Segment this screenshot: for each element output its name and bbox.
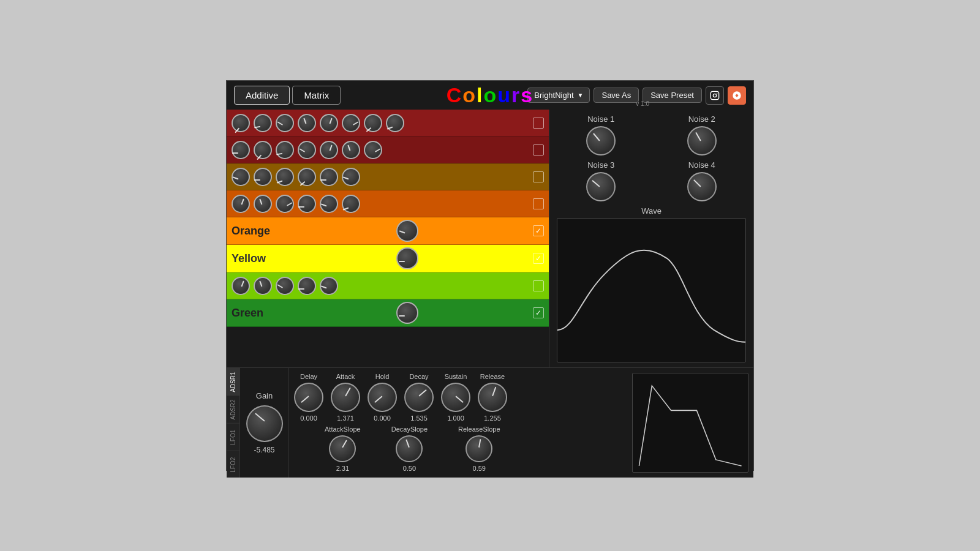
social-icon[interactable] xyxy=(728,86,746,105)
osc-row-4 xyxy=(227,190,549,217)
row-checkbox-green[interactable] xyxy=(533,307,544,318)
noise-4-knob[interactable] xyxy=(687,172,717,201)
osc-row-1 xyxy=(227,110,549,137)
knob[interactable] xyxy=(386,114,404,132)
noise-2-knob[interactable] xyxy=(687,126,717,156)
tab-matrix[interactable]: Matrix xyxy=(292,86,341,105)
knob[interactable] xyxy=(276,168,294,186)
row-checkbox-2[interactable] xyxy=(533,144,544,156)
adsr-tab-adsr1[interactable]: ADSR1 xyxy=(227,368,239,395)
env-decay-slope: DecaySlope 0.50 xyxy=(391,425,428,472)
adsr-tab-lfo1[interactable]: LFO1 xyxy=(227,423,239,451)
knob-yellow[interactable] xyxy=(396,247,418,269)
wave-section: Wave xyxy=(557,206,746,362)
left-panel: Orange Yellow xyxy=(227,110,549,367)
osc-row-2 xyxy=(227,137,549,163)
env-release-slope-value: 0.59 xyxy=(473,465,486,472)
row-checkbox-orange[interactable] xyxy=(533,225,544,236)
knob[interactable] xyxy=(276,195,294,213)
env-attack-knob[interactable] xyxy=(331,383,360,412)
knob-green[interactable] xyxy=(396,302,418,324)
instagram-icon[interactable] xyxy=(706,86,724,105)
env-decay-value: 1.535 xyxy=(410,414,428,422)
noise-2-label: Noise 2 xyxy=(688,114,715,124)
knob[interactable] xyxy=(342,141,360,159)
noise-section: Noise 1 Noise 2 Noise 3 Noise 4 xyxy=(557,114,746,201)
knob[interactable] xyxy=(298,141,316,159)
knob[interactable] xyxy=(364,141,382,159)
knob[interactable] xyxy=(298,195,316,213)
knob[interactable] xyxy=(254,141,272,159)
knob[interactable] xyxy=(364,114,382,132)
env-release-slope-knob[interactable] xyxy=(466,435,492,462)
env-decay-slope-label: DecaySlope xyxy=(391,425,428,433)
save-as-button[interactable]: Save As xyxy=(594,88,639,103)
chevron-down-icon: ▼ xyxy=(578,92,584,99)
noise-1-label: Noise 1 xyxy=(587,114,614,124)
adsr-tab-group: ADSR1 ADSR2 LFO1 LFO2 xyxy=(227,368,240,478)
knob[interactable] xyxy=(320,114,338,132)
env-delay-knob[interactable] xyxy=(294,383,323,412)
tab-additive[interactable]: Additive xyxy=(234,86,290,105)
knob[interactable] xyxy=(276,114,294,132)
knob[interactable] xyxy=(232,141,250,159)
knob[interactable] xyxy=(232,195,250,213)
knob-row-4 xyxy=(232,195,533,213)
row-checkbox-lime[interactable] xyxy=(533,280,544,291)
env-release-knob[interactable] xyxy=(478,383,507,412)
knob[interactable] xyxy=(342,168,360,186)
row-label-orange: Orange xyxy=(232,225,287,238)
env-decay: Decay 1.535 xyxy=(404,373,434,422)
adsr-display xyxy=(632,373,748,473)
knob[interactable] xyxy=(298,277,316,295)
noise-1-knob[interactable] xyxy=(586,126,616,156)
env-main-knobs: Delay 0.000 Attack 1.371 Hold 0.000 Deca… xyxy=(294,373,622,422)
env-decay-knob[interactable] xyxy=(404,383,434,412)
plugin-container: Additive Matrix Colours v 1.0 BrightNigh… xyxy=(226,80,754,471)
env-hold-label: Hold xyxy=(375,373,390,380)
adsr-tab-adsr2[interactable]: ADSR2 xyxy=(227,395,239,423)
env-release-slope-label: ReleaseSlope xyxy=(458,425,500,433)
row-checkbox-3[interactable] xyxy=(533,171,544,182)
knob[interactable] xyxy=(254,277,272,295)
knob[interactable] xyxy=(254,168,272,186)
osc-row-lime xyxy=(227,272,549,299)
noise-3-knob[interactable] xyxy=(586,172,616,201)
knob[interactable] xyxy=(320,141,338,159)
preset-dropdown[interactable]: BrightNight ▼ xyxy=(527,88,590,103)
wave-display xyxy=(557,218,746,362)
knob[interactable] xyxy=(232,168,250,186)
gain-knob[interactable] xyxy=(246,405,283,442)
knob[interactable] xyxy=(254,114,272,132)
env-sustain-knob[interactable] xyxy=(441,383,470,412)
knob[interactable] xyxy=(298,168,316,186)
header: Additive Matrix Colours v 1.0 BrightNigh… xyxy=(227,81,753,110)
knob[interactable] xyxy=(320,195,338,213)
env-hold: Hold 0.000 xyxy=(368,373,397,422)
knob[interactable] xyxy=(276,141,294,159)
noise-4-item: Noise 4 xyxy=(658,160,747,201)
env-attack-slope: AttackSlope 2.31 xyxy=(325,425,361,472)
env-decay-slope-knob[interactable] xyxy=(396,435,423,462)
knob[interactable] xyxy=(276,277,294,295)
env-attack-slope-knob[interactable] xyxy=(329,435,356,462)
env-attack-slope-label: AttackSlope xyxy=(325,425,361,433)
knob[interactable] xyxy=(254,195,272,213)
knob[interactable] xyxy=(320,277,338,295)
env-hold-knob[interactable] xyxy=(368,383,397,412)
knob[interactable] xyxy=(320,168,338,186)
knob[interactable] xyxy=(298,114,316,132)
row-checkbox-yellow[interactable] xyxy=(533,253,544,264)
envelope-section: Delay 0.000 Attack 1.371 Hold 0.000 Deca… xyxy=(289,368,627,478)
env-attack: Attack 1.371 xyxy=(331,373,360,422)
row-checkbox-1[interactable] xyxy=(533,118,544,129)
knob-orange[interactable] xyxy=(396,220,418,242)
knob[interactable] xyxy=(232,277,250,295)
row-checkbox-4[interactable] xyxy=(533,198,544,209)
knob[interactable] xyxy=(342,114,360,132)
save-preset-button[interactable]: Save Preset xyxy=(643,88,702,103)
knob[interactable] xyxy=(342,195,360,213)
preset-name: BrightNight xyxy=(534,91,573,100)
adsr-tab-lfo2[interactable]: LFO2 xyxy=(227,451,239,478)
knob[interactable] xyxy=(232,114,250,132)
